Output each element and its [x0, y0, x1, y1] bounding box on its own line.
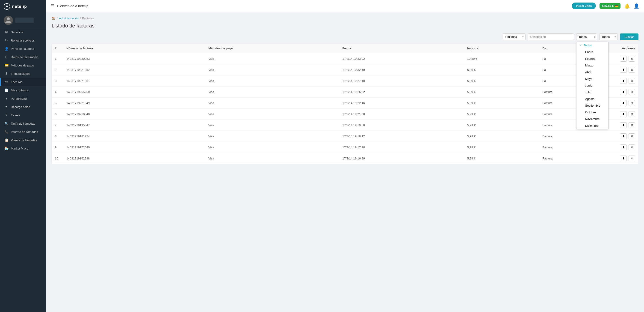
download-button[interactable]: ⬇ [620, 156, 627, 161]
breadcrumb: 🏠 / Administración / Facturas [52, 17, 638, 20]
cell-importe: 5,99 € [464, 153, 539, 164]
recarga-icon: € [4, 105, 8, 109]
download-button[interactable]: ⬇ [620, 89, 627, 95]
cell-importe: 5,99 € [464, 98, 539, 109]
sidebar-label-metodos: Métodos de pago [11, 64, 34, 67]
sidebar-label-planes: Planes de llamadas [11, 138, 37, 142]
home-icon[interactable]: 🏠 [52, 17, 55, 20]
email-button[interactable]: ✉ [628, 133, 635, 139]
sidebar-item-renovar[interactable]: ↻ Renovar servicios [0, 36, 46, 45]
sidebar-label-contratos: Mis contratos [11, 89, 28, 92]
month-option-mayo[interactable]: Mayo [576, 76, 608, 82]
cell-metodo: Visa [205, 142, 339, 153]
table-row: 7 14031719195647 Visa 17/3/14 19:19:56 5… [52, 120, 638, 131]
download-button[interactable]: ⬇ [620, 144, 627, 150]
month-option-octubre[interactable]: Octubre [576, 109, 608, 116]
month-option-julio[interactable]: Julio [576, 89, 608, 96]
download-button[interactable]: ⬇ [620, 111, 627, 117]
contratos-icon: 📄 [4, 88, 8, 92]
hamburger-icon[interactable]: ☰ [51, 4, 54, 9]
sidebar-item-planes[interactable]: 📋 Planes de llamadas [0, 136, 46, 144]
email-button[interactable]: ✉ [628, 156, 635, 161]
cell-actions: ⬇ ✉ [611, 153, 638, 164]
user-profile-icon[interactable]: 👤 [634, 3, 640, 9]
month-option-febrero[interactable]: Febrero [576, 55, 608, 62]
cell-num: 4 [52, 87, 63, 98]
sidebar-label-transacciones: Transacciones [11, 72, 30, 76]
email-button[interactable]: ✉ [628, 89, 635, 95]
sidebar-item-facturas[interactable]: 🗃 Facturas [0, 78, 46, 86]
month-option-enero[interactable]: Enero [576, 49, 608, 55]
sidebar-item-transacciones[interactable]: $ Transacciones [0, 70, 46, 78]
facturacion-icon: 🗒 [4, 55, 8, 59]
perfil-icon: 👤 [4, 47, 8, 51]
tickets-icon: ? [4, 113, 8, 117]
col-header-num: # [52, 44, 63, 53]
sidebar-item-recarga[interactable]: € Recarga saldo [0, 103, 46, 111]
month-option-junio[interactable]: Junio [576, 82, 608, 89]
month-dropdown[interactable]: ✓TodosEneroFebreroMarzoAbrilMayoJunioJul… [576, 42, 608, 129]
email-button[interactable]: ✉ [628, 111, 635, 117]
email-button[interactable]: ✉ [628, 100, 635, 106]
sidebar-item-metodos[interactable]: 💳 Métodos de pago [0, 61, 46, 70]
email-button[interactable]: ✉ [628, 78, 635, 84]
all-filter-select[interactable]: Todos [599, 34, 618, 40]
download-button[interactable]: ⬇ [620, 56, 627, 62]
sidebar-item-marketplace[interactable]: 🏪 Market Place [0, 144, 46, 153]
tarifa-icon: 🔍 [4, 122, 8, 125]
download-button[interactable]: ⬇ [620, 67, 627, 73]
cell-importe: 10,89 € [464, 53, 539, 64]
facturas-icon: 🗃 [4, 80, 8, 84]
breadcrumb-admin[interactable]: Administración [59, 17, 78, 20]
balance-badge: 585,15 € 💳 [600, 3, 620, 9]
email-button[interactable]: ✉ [628, 122, 635, 128]
header: ☰ Bienvenido a netelip Iniciar visita 58… [46, 0, 644, 12]
type-filter-select[interactable]: Emitidas Recibidas [503, 34, 526, 40]
download-button[interactable]: ⬇ [620, 122, 627, 128]
sidebar-user [0, 13, 46, 28]
cell-fecha: 17/3/14 19:26:52 [339, 87, 464, 98]
credit-card-icon: 💳 [614, 4, 618, 8]
email-button[interactable]: ✉ [628, 144, 635, 150]
sidebar-label-facturas: Facturas [11, 80, 22, 84]
month-option-diciembre[interactable]: Diciembre [576, 122, 608, 129]
sidebar-item-tarifa[interactable]: 🔍 Tarifa de llamadas [0, 119, 46, 128]
cell-tipo: Factura [539, 142, 611, 153]
buscar-button[interactable]: Buscar [620, 34, 638, 40]
cell-actions: ⬇ ✉ [611, 76, 638, 87]
sidebar-item-tickets[interactable]: ? Tickets [0, 111, 46, 119]
sidebar-item-perfil[interactable]: 👤 Perfil de usuarios [0, 45, 46, 53]
month-option-todos[interactable]: ✓Todos [576, 42, 608, 49]
col-header-acciones: Acciones [611, 44, 638, 53]
month-filter-select[interactable]: Todos [576, 34, 597, 40]
month-option-noviembre[interactable]: Noviembre [576, 116, 608, 122]
sidebar-item-contratos[interactable]: 📄 Mis contratos [0, 86, 46, 94]
email-button[interactable]: ✉ [628, 67, 635, 73]
balance-amount: 585,15 € [602, 4, 614, 8]
month-option-septiembre[interactable]: Septiembre [576, 102, 608, 109]
sidebar-label-renovar: Renovar servicios [11, 39, 34, 42]
cell-metodo: Visa [205, 64, 339, 76]
download-button[interactable]: ⬇ [620, 100, 627, 106]
cell-numero: 14031719210048 [63, 109, 205, 120]
month-filter-wrapper: Todos [576, 34, 597, 40]
sidebar-item-informe[interactable]: 📞 Informe de llamadas [0, 128, 46, 136]
download-button[interactable]: ⬇ [620, 133, 627, 139]
sidebar-item-facturacion[interactable]: 🗒 Datos de facturación [0, 53, 46, 61]
renovar-icon: ↻ [4, 39, 8, 42]
bell-icon[interactable]: 🔔 [624, 3, 630, 9]
description-filter-input[interactable] [528, 34, 574, 40]
sidebar-item-servicios[interactable]: ⊞ Servicios [0, 28, 46, 36]
email-button[interactable]: ✉ [628, 56, 635, 62]
sidebar-item-portabilidad[interactable]: + Portabilidad [0, 94, 46, 103]
month-option-agosto[interactable]: Agosto [576, 96, 608, 102]
cell-num: 6 [52, 109, 63, 120]
month-option-marzo[interactable]: Marzo [576, 62, 608, 69]
table-row: 5 14031719221649 Visa 17/3/14 19:22:16 5… [52, 98, 638, 109]
download-button[interactable]: ⬇ [620, 78, 627, 84]
cell-importe: 5,99 € [464, 87, 539, 98]
invoices-table-card: # Número de factura Métodos de pago Fech… [52, 44, 638, 164]
month-option-abril[interactable]: Abril [576, 69, 608, 76]
table-row: 1 14031719330253 Visa 17/3/14 19:33:02 1… [52, 53, 638, 64]
iniciar-visita-button[interactable]: Iniciar visita [572, 3, 596, 9]
